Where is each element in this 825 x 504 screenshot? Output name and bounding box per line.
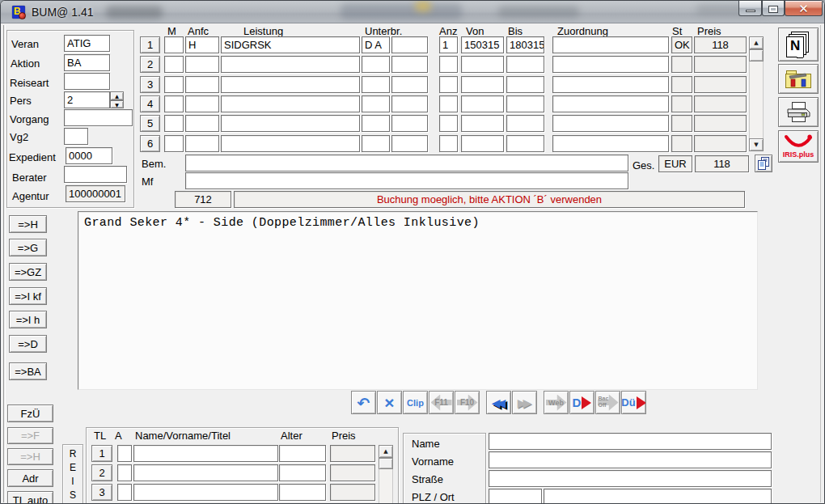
grid-row-number[interactable]: 4 (140, 95, 160, 112)
strasse-field[interactable] (489, 470, 772, 487)
anfc-field[interactable] (185, 95, 219, 112)
m-field[interactable] (164, 56, 184, 73)
f11-button[interactable]: F11 (429, 391, 454, 414)
von-field[interactable] (461, 135, 504, 152)
participant-alter-field[interactable] (279, 464, 326, 481)
anz-field[interactable] (439, 115, 458, 132)
mf-field[interactable] (185, 172, 628, 189)
unterbr-field[interactable] (362, 115, 390, 132)
close-button[interactable]: ✕ (785, 1, 823, 16)
m-field[interactable] (164, 76, 184, 93)
participant-a-field[interactable] (117, 464, 132, 481)
nav-button-ba[interactable]: =>BA (9, 362, 47, 380)
von-field[interactable] (461, 95, 504, 112)
pers-stepper[interactable]: ▲ ▼ (110, 91, 124, 108)
scroll-down-icon[interactable]: ▼ (749, 138, 764, 151)
participant-alter-field[interactable] (279, 445, 326, 462)
von-field[interactable] (461, 76, 504, 93)
adr-button[interactable]: Adr (7, 469, 53, 487)
participant-alter-field[interactable] (279, 484, 326, 501)
zuordnung-field[interactable] (552, 36, 669, 53)
unterbr2-field[interactable] (391, 95, 428, 112)
expedient-field[interactable]: 0000 (66, 147, 112, 164)
veran-field[interactable]: ATIG (64, 35, 110, 52)
participant-name-field[interactable] (133, 445, 278, 462)
bis-field[interactable]: 180315 (506, 36, 544, 53)
leistung-field[interactable] (221, 76, 360, 93)
von-field[interactable] (461, 56, 504, 73)
scroll-up-icon[interactable]: ▲ (379, 445, 393, 458)
grid-row-number[interactable]: 2 (140, 56, 160, 73)
cancel-button[interactable]: × (377, 391, 402, 414)
anfc-field[interactable]: H (185, 36, 219, 53)
unterbr-field[interactable] (362, 76, 390, 93)
notes-button[interactable]: N (778, 28, 819, 61)
nav-button-ih[interactable]: =>I h (9, 311, 47, 328)
iris-plus-button[interactable]: IRIS.plus (778, 130, 819, 163)
grid-row-number[interactable]: 3 (140, 76, 160, 93)
vg2-field[interactable] (64, 128, 88, 145)
anfc-field[interactable] (185, 56, 219, 73)
participant-a-field[interactable] (117, 484, 132, 501)
leistung-field[interactable] (221, 95, 360, 112)
step-back-button[interactable]: ◀◀ (486, 391, 511, 414)
m-field[interactable] (164, 95, 184, 112)
f10-button[interactable]: F10 (455, 391, 480, 414)
von-field[interactable]: 150315 (461, 36, 504, 53)
unterbr2-field[interactable] (391, 56, 428, 73)
plz-field[interactable] (489, 489, 542, 504)
aktion-field[interactable]: BA (64, 54, 110, 71)
unterbr-field[interactable] (362, 135, 390, 152)
nav-button-g[interactable]: =>G (9, 239, 47, 256)
anz-field[interactable]: 1 (439, 36, 458, 53)
grid-row-number[interactable]: 1 (140, 36, 160, 53)
unterbr2-field[interactable] (391, 36, 428, 53)
stepper-up-icon[interactable]: ▲ (110, 91, 124, 100)
zuordnung-field[interactable] (552, 95, 669, 112)
fzu-button[interactable]: FzÜ (7, 404, 53, 422)
zuordnung-field[interactable] (552, 76, 669, 93)
d-transfer-button[interactable]: D (569, 391, 594, 414)
vorgang-field[interactable] (64, 109, 133, 126)
to-f-button[interactable]: =>F (7, 427, 53, 444)
zuordnung-field[interactable] (552, 56, 669, 73)
copy-total-button[interactable] (755, 155, 772, 172)
nav-button-ikf[interactable]: =>I kf (9, 287, 47, 305)
berater-field[interactable] (64, 166, 127, 183)
zuordnung-field[interactable] (552, 115, 669, 132)
backoffice-button[interactable]: Bac Off (595, 391, 620, 414)
nav-button-d[interactable]: =>D (9, 335, 47, 353)
tl-auto-button[interactable]: TL auto (7, 491, 53, 504)
anz-field[interactable] (439, 56, 458, 73)
leistung-field[interactable] (221, 56, 360, 73)
reiseart-field[interactable] (64, 73, 110, 90)
participant-name-field[interactable] (133, 464, 278, 481)
grid-scrollbar-thumb[interactable] (749, 49, 764, 61)
service-description-area[interactable]: Grand Seker 4* - Side (Doppelzimmer/Alle… (78, 211, 758, 390)
m-field[interactable] (164, 36, 184, 53)
unterbr-field[interactable]: D A (362, 36, 390, 53)
bem-field[interactable] (185, 155, 628, 172)
minimize-button[interactable] (738, 1, 762, 16)
anz-field[interactable] (439, 76, 458, 93)
grid-row-number[interactable]: 5 (140, 115, 160, 132)
step-forward-button[interactable]: ▶▶ (512, 391, 537, 414)
bis-field[interactable] (506, 115, 544, 132)
leistung-field[interactable]: SIDGRSK (221, 36, 360, 53)
vorname-field[interactable] (489, 451, 772, 468)
bis-field[interactable] (506, 135, 544, 152)
due-transfer-button[interactable]: Dü (621, 391, 646, 414)
web-button[interactable]: Web (544, 391, 569, 414)
bis-field[interactable] (506, 56, 544, 73)
anfc-field[interactable] (185, 115, 219, 132)
bis-field[interactable] (506, 95, 544, 112)
participant-name-field[interactable] (133, 484, 278, 501)
anz-field[interactable] (439, 95, 458, 112)
leistung-field[interactable] (221, 135, 360, 152)
nav-button-h[interactable]: =>H (9, 215, 47, 233)
grid-row-number[interactable]: 6 (140, 135, 160, 152)
leistung-field[interactable] (221, 115, 360, 132)
title-bar[interactable]: B BUM@ 1.41 ✕ (1, 1, 825, 23)
clip-button[interactable]: Clip (403, 391, 428, 414)
participant-a-field[interactable] (117, 445, 132, 462)
